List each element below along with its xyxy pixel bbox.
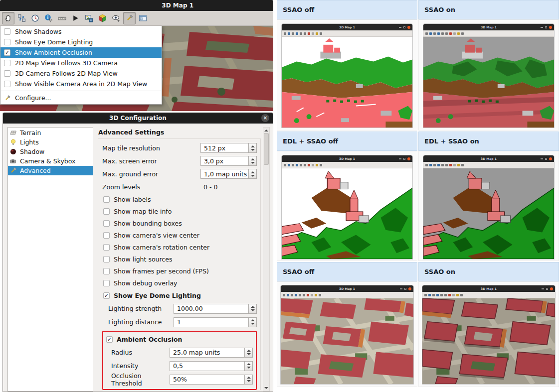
lighting-distance-spinner[interactable] bbox=[248, 317, 257, 327]
checkbox-show-eye-dome-lighting[interactable]: ✓ Show Eye Dome Lighting bbox=[102, 289, 257, 302]
sidebar-item-lights[interactable]: Lights bbox=[8, 137, 93, 147]
sidebar-item-label: Advanced bbox=[20, 167, 51, 174]
checkbox-ambient-occlusion[interactable]: ✓ Ambient Occlusion bbox=[105, 333, 253, 346]
menu-item-show-edl[interactable]: Show Eye Dome Lighting bbox=[0, 37, 162, 47]
close-icon bbox=[549, 26, 552, 29]
menu-item-show-camera-area[interactable]: Show Visible Camera Area in 2D Map View bbox=[0, 79, 162, 89]
effects-wrench-button[interactable] bbox=[123, 12, 136, 24]
camera-control-icon bbox=[17, 14, 26, 22]
menu-item-3d-follows-2d[interactable]: 3D Camera Follows 2D Map View bbox=[0, 68, 162, 79]
mini-window-titlebar: 3D Map 1 bbox=[422, 285, 555, 292]
checkbox-show-map-tile-info[interactable]: Show map tile info bbox=[102, 205, 257, 217]
checkbox-unchecked bbox=[103, 280, 110, 286]
camera-view-icon bbox=[112, 14, 120, 22]
close-icon bbox=[407, 157, 410, 160]
checkbox-show-debug-overlay[interactable]: Show debug overlay bbox=[102, 277, 257, 289]
scrollbar-thumb[interactable] bbox=[264, 133, 269, 165]
map-tile-resolution-input[interactable]: 512 px bbox=[200, 143, 248, 153]
header-ssao-on-2: SSAO on bbox=[418, 262, 559, 281]
checkbox-show-labels[interactable]: Show labels bbox=[102, 193, 257, 205]
ambient-occlusion-group: ✓ Ambient Occlusion Radius 25,0 map unit… bbox=[102, 331, 257, 390]
checkbox-show-light-sources[interactable]: Show light sources bbox=[102, 253, 257, 265]
scroll-down-icon[interactable] bbox=[264, 387, 268, 389]
header-ssao-on-1: SSAO on bbox=[418, 0, 559, 19]
field-max-ground-error: Max. ground error 1,0 map units bbox=[102, 167, 257, 180]
menu-item-configure[interactable]: Configure... bbox=[0, 93, 162, 103]
mini-window-titlebar: 3D Map 1 bbox=[423, 155, 554, 162]
camera-view-button[interactable] bbox=[110, 12, 122, 24]
map-tile-resolution-spinner[interactable] bbox=[248, 143, 257, 153]
map-3d-viewport[interactable]: Show Shadows Show Eye Dome Lighting ✓ Sh… bbox=[0, 26, 273, 111]
map-window-titlebar[interactable]: 3D Map 1 bbox=[0, 0, 273, 11]
checkbox-unchecked bbox=[4, 28, 10, 35]
mini-window-buttons bbox=[399, 157, 410, 160]
checkbox-show-camera-view-center[interactable]: Show camera's view center bbox=[102, 229, 257, 241]
map-window-3d: 3D Map 1 i bbox=[0, 0, 273, 112]
checkbox-show-fps[interactable]: Show frames per second (FPS) bbox=[102, 265, 257, 277]
camera-control-button[interactable] bbox=[15, 12, 28, 24]
screenshot-aerial-ssao-off: 3D Map 1 bbox=[277, 281, 417, 387]
mini-window-title: 3D Map 1 bbox=[481, 287, 497, 290]
pan-tool-button[interactable] bbox=[2, 12, 14, 24]
max-ground-error-input[interactable]: 1,0 map units bbox=[200, 169, 248, 179]
map-effects-menu: Show Shadows Show Eye Dome Lighting ✓ Sh… bbox=[0, 26, 162, 105]
3d-cube-icon bbox=[98, 14, 107, 22]
mini-window-buttons bbox=[541, 157, 552, 160]
save-image-button[interactable] bbox=[83, 12, 95, 24]
3d-navigation-button[interactable] bbox=[96, 12, 109, 24]
panel-frame: Map tile resolution 512 px Max. screen e… bbox=[98, 138, 261, 390]
lighting-strength-spinner[interactable] bbox=[248, 304, 257, 314]
animation-clock-icon bbox=[31, 14, 39, 22]
field-label: Occlusion Threshold bbox=[111, 372, 170, 387]
mini-window-buttons bbox=[399, 26, 410, 29]
play-animation-button[interactable] bbox=[69, 12, 82, 24]
animation-clock-button[interactable] bbox=[29, 12, 41, 24]
sidebar-item-terrain[interactable]: Terrain bbox=[8, 128, 93, 137]
sidebar-item-advanced[interactable]: Advanced bbox=[8, 166, 93, 175]
checkbox-label: Ambient Occlusion bbox=[117, 336, 182, 343]
screenshot-aerial-ssao-on: 3D Map 1 bbox=[418, 281, 559, 387]
menu-item-show-shadows[interactable]: Show Shadows bbox=[0, 26, 162, 37]
mini-window-titlebar: 3D Map 1 bbox=[281, 285, 413, 292]
scroll-up-icon[interactable] bbox=[264, 130, 268, 131]
menu-item-2d-follows-3d[interactable]: 2D Map View Follows 3D Camera bbox=[0, 58, 162, 68]
map-window-title: 3D Map 1 bbox=[162, 2, 193, 9]
mini-window-buttons bbox=[542, 287, 553, 290]
sidebar-item-label: Shadow bbox=[20, 148, 44, 155]
ao-threshold-input[interactable]: 50% bbox=[170, 375, 244, 385]
measure-button[interactable] bbox=[56, 12, 68, 24]
ao-intensity-input[interactable]: 0,5 bbox=[170, 361, 244, 371]
screenshot-edl-ssao-on: 3D Map 1 bbox=[418, 151, 559, 261]
config-dialog-title: 3D Configuration bbox=[109, 115, 167, 122]
identify-button[interactable]: i bbox=[42, 12, 55, 24]
dock-panel-button[interactable] bbox=[137, 12, 149, 24]
max-ground-error-spinner[interactable] bbox=[248, 169, 257, 179]
close-icon bbox=[550, 287, 553, 290]
mini-window-titlebar: 3D Map 1 bbox=[282, 155, 412, 162]
lighting-strength-input[interactable]: 1000,00 bbox=[174, 304, 248, 314]
checkbox-unchecked bbox=[103, 220, 110, 227]
header-label: SSAO off bbox=[283, 268, 314, 275]
ao-intensity-spinner[interactable] bbox=[244, 361, 253, 371]
field-ao-intensity: Intensity 0,5 bbox=[105, 359, 253, 373]
panel-scrollbar[interactable] bbox=[263, 127, 270, 392]
max-screen-error-spinner[interactable] bbox=[248, 156, 257, 166]
ao-radius-input[interactable]: 25,0 map units bbox=[170, 348, 244, 358]
checkbox-show-camera-rotation-center[interactable]: Show camera's rotation center bbox=[102, 241, 257, 253]
checkbox-label: Show light sources bbox=[114, 256, 172, 263]
shaded-point-cloud-grey-scene bbox=[423, 37, 554, 128]
close-icon[interactable]: × bbox=[261, 114, 269, 122]
sidebar-item-shadow[interactable]: Shadow bbox=[8, 147, 93, 156]
lighting-distance-input[interactable]: 1 bbox=[174, 317, 248, 327]
menu-item-show-ambient-occlusion[interactable]: ✓ Show Ambient Occlusion bbox=[0, 47, 162, 58]
checkbox-show-bounding-boxes[interactable]: Show bounding boxes bbox=[102, 217, 257, 229]
config-dialog-titlebar[interactable]: 3D Configuration × bbox=[3, 113, 273, 124]
mini-window-toolbar bbox=[423, 162, 554, 168]
screenshot-root: 3D Map 1 i bbox=[0, 0, 559, 392]
ao-threshold-spinner[interactable] bbox=[244, 375, 253, 385]
ao-radius-spinner[interactable] bbox=[244, 348, 253, 358]
header-label: EDL + SSAO off bbox=[283, 137, 338, 145]
max-screen-error-input[interactable]: 3,0 px bbox=[200, 156, 248, 166]
sidebar-item-camera-skybox[interactable]: Camera & Skybox bbox=[8, 156, 93, 166]
edl-group: ✓ Show Eye Dome Lighting Lighting streng… bbox=[102, 289, 257, 329]
